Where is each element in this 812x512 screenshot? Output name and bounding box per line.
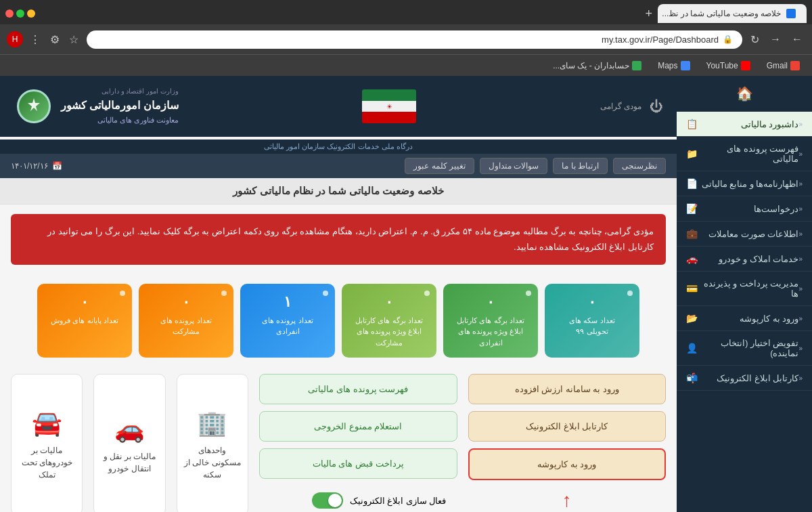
sidebar-item-dashboard[interactable]: « داشبورد مالیاتی 📋: [677, 112, 812, 137]
vacant-units-label: واحدهای مسکونی خالی از سکنه: [184, 444, 241, 481]
sidebar: 🏠 « داشبورد مالیاتی 📋 « فهرست پرونده های…: [677, 76, 812, 512]
page-title-bar: خلاصه وضعیت مالیاتی شما در نظام مالیاتی …: [0, 178, 677, 205]
header-logo-text: وزارت امور اقتصاد و دارایی سازمان امورما…: [61, 86, 179, 126]
home-icon[interactable]: 🏠: [736, 85, 753, 102]
sidebar-arrow-portfolio: «: [798, 315, 803, 322]
stat-card-partnership-files: ۰ تعداد پرونده هایمشارکت: [139, 284, 233, 358]
arrow-indicator: ↑: [468, 487, 667, 512]
alert-text: مؤدی گرامی، چنانچه به برگ مطالبه موضوع م…: [47, 226, 654, 252]
sidebar-item-declarations[interactable]: « اظهارنامه‌ها و منابع مالیاتی 📄: [677, 171, 812, 196]
emblem-svg: [24, 96, 44, 116]
exit-ban-query-button[interactable]: استعلام ممنوع الخروجی: [259, 411, 457, 442]
portfolio-button[interactable]: ورود به کارپوشه: [468, 448, 667, 480]
bookmarks-bar: Gmail YouTube Maps حسابداران - یک ساى...: [0, 54, 812, 76]
sidebar-icon-transactions: 💼: [686, 228, 698, 239]
toggle-label: فعال سازی ابلاغ الکترونیک: [350, 496, 447, 506]
sidebar-label-transactions: اطلاعات صورت معاملات: [702, 229, 798, 239]
stats-grid: ۰ تعداد سکه هایتحویلی ۹۹ ۰ تعداد برگه ها…: [0, 274, 677, 368]
sidebar-label-dashboard: داشبورد مالیاتی: [702, 119, 798, 129]
sidebar-label-delegate: تفویض اختیار (انتخاب نماینده): [702, 338, 798, 358]
toggle-row: فعال سازی ابلاغ الکترونیک: [259, 486, 457, 512]
header-emblem: [14, 86, 54, 127]
sidebar-arrow-transactions: «: [798, 230, 803, 238]
address-bar[interactable]: 🔒 my.tax.gov.ir/Page/Dashboard: [87, 30, 742, 49]
logo-org-name: سازمان امورمالیاتی کشور: [61, 97, 179, 114]
back-button[interactable]: ←: [789, 30, 805, 48]
bookmark-maps[interactable]: Maps: [654, 60, 694, 72]
stat-number-5: ۰: [81, 293, 89, 311]
sidebar-home[interactable]: 🏠: [677, 76, 812, 112]
sidebar-icon-property: 🚗: [686, 253, 698, 264]
flag-image: ☀: [362, 89, 416, 123]
tax-files-list-button[interactable]: فهرست پرونده های مالیاتی: [259, 374, 457, 404]
vacant-units-card[interactable]: 🏢 واحدهای مسکونی خالی از سکنه: [177, 374, 248, 512]
calendar-icon: 📅: [52, 161, 62, 171]
car-owned-icon: 🚘: [32, 409, 62, 438]
stat-label-4: تعداد پرونده هایمشارکت: [160, 315, 211, 337]
top-nav-buttons: نظرسنجی ارتباط با ما سوالات متداول تغییر…: [405, 158, 666, 174]
electronic-notification-toggle[interactable]: [312, 492, 343, 509]
stat-number-0: ۰: [588, 293, 596, 311]
menu-icon[interactable]: ⋮: [27, 30, 43, 49]
faq-button[interactable]: سوالات متداول: [480, 158, 547, 174]
electronic-inbox-button[interactable]: کارتابل ابلاغ الکترونیک: [468, 411, 667, 442]
survey-button[interactable]: نظرسنجی: [613, 158, 666, 174]
close-button[interactable]: [5, 9, 14, 18]
stat-dot-4: [221, 291, 227, 296]
sidebar-arrow-requests: «: [798, 205, 803, 213]
vehicle-transfer-card[interactable]: 🚗 مالیات بر نقل و انتقال خودرو: [93, 374, 165, 512]
profile-avatar[interactable]: H: [7, 31, 23, 47]
bookmark-icon[interactable]: ☆: [66, 30, 81, 49]
bookmark-account[interactable]: حسابداران - یک ساى...: [549, 60, 646, 72]
sidebar-arrow-inbox: «: [798, 375, 803, 382]
change-password-button[interactable]: تغییر کلمه عبور: [405, 158, 474, 174]
logo-ministry: وزارت امور اقتصاد و دارایی: [61, 86, 179, 97]
sidebar-label-inbox: کارتابل ابلاغ الکترونیک: [702, 373, 798, 383]
sidebar-item-payment[interactable]: « مدیریت پرداخت و پذیرنده ها 💳: [677, 272, 812, 306]
power-button[interactable]: ⏻: [650, 99, 663, 114]
sidebar-item-inbox[interactable]: « کارتابل ابلاغ الکترونیک 📬: [677, 366, 812, 391]
sidebar-item-requests[interactable]: « درخواست‌ها 📝: [677, 196, 812, 221]
sidebar-item-transactions[interactable]: « اطلاعات صورت معاملات 💼: [677, 221, 812, 247]
extensions-icon[interactable]: ⚙: [47, 30, 62, 49]
top-nav: نظرسنجی ارتباط با ما سوالات متداول تغییر…: [0, 154, 677, 178]
sidebar-label-payment: مدیریت پرداخت و پذیرنده ها: [702, 278, 798, 299]
sidebar-item-property[interactable]: « خدمات املاک و خودرو 🚗: [677, 247, 812, 272]
vat-system-button[interactable]: ورود به سامانه ارزش افزوده: [468, 374, 667, 404]
sidebar-item-delegate[interactable]: « تفویض اختیار (انتخاب نماینده) 👤: [677, 331, 812, 366]
stat-dot-0: [627, 291, 633, 296]
pay-tax-bills-button[interactable]: پرداخت قبض های مالیات: [259, 448, 457, 479]
sidebar-label-files: فهرست پرونده های مالیاتی: [702, 144, 798, 164]
sidebar-arrow-declarations: «: [798, 180, 803, 188]
forward-button[interactable]: →: [767, 30, 784, 48]
alert-box: مؤدی گرامی، چنانچه به برگ مطالبه موضوع م…: [11, 214, 666, 265]
user-info: مودی گرامی: [600, 102, 641, 111]
main-content: ⏻ مودی گرامی ☀ وزارت امور اقتصاد و دارای…: [0, 76, 677, 512]
sidebar-item-files[interactable]: « فهرست پرونده های مالیاتی 📁: [677, 137, 812, 171]
bookmark-youtube-label: YouTube: [706, 61, 738, 70]
sidebar-icon-files: 📁: [686, 148, 698, 159]
minimize-button[interactable]: [27, 9, 35, 18]
bookmark-gmail[interactable]: Gmail: [763, 60, 804, 72]
actions-mid: فهرست پرونده های مالیاتی استعلام ممنوع ا…: [259, 374, 457, 512]
portal-subtitle: درگاه ملی خدمات الکترونیک سازمان امور ما…: [0, 140, 677, 154]
bookmark-youtube[interactable]: YouTube: [702, 60, 754, 72]
bookmark-gmail-label: Gmail: [767, 61, 788, 70]
sidebar-label-property: خدمات املاک و خودرو: [702, 254, 798, 264]
tab-bar: خلاصه وضعیت مالیاتی شما در نظ... ✕ +: [0, 0, 812, 24]
new-tab-button[interactable]: +: [639, 7, 658, 21]
stat-number-4: ۰: [182, 293, 190, 311]
owned-vehicles-label: مالیات بر خودروهای تحت تملک: [18, 444, 75, 481]
sidebar-item-portfolio[interactable]: « ورود به کارپوشه 📂: [677, 306, 812, 331]
maximize-button[interactable]: [16, 9, 24, 18]
contact-button[interactable]: ارتباط با ما: [553, 158, 608, 174]
active-tab[interactable]: خلاصه وضعیت مالیاتی شما در نظ... ✕: [658, 4, 807, 23]
youtube-icon: [741, 61, 750, 70]
flag-green-stripe: [362, 89, 416, 101]
header-logo-area: وزارت امور اقتصاد و دارایی سازمان امورما…: [14, 86, 179, 127]
gmail-icon: [790, 61, 800, 70]
reload-button[interactable]: ↻: [748, 30, 762, 49]
date-text: ۱۴۰۱/۱۲/۱۶: [11, 161, 48, 171]
account-icon: [632, 61, 641, 70]
owned-vehicles-card[interactable]: 🚘 مالیات بر خودروهای تحت تملک: [11, 374, 83, 512]
